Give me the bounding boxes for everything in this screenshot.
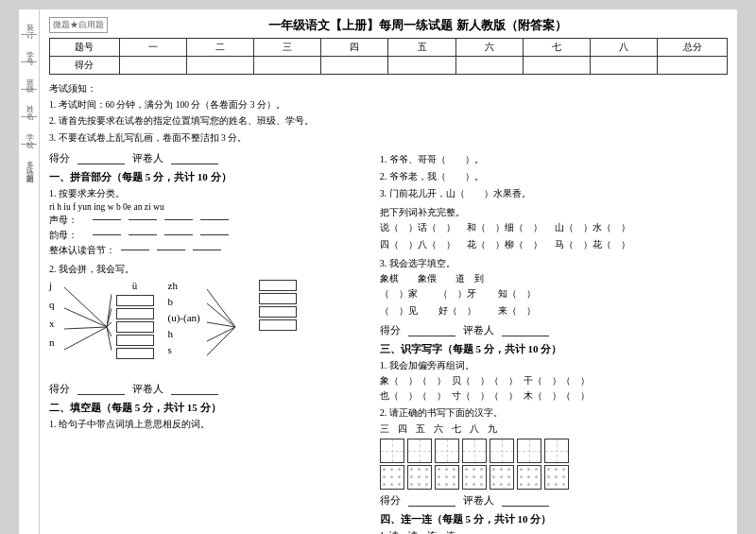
char-label-san: 三 [380, 422, 395, 436]
dot-2-8 [418, 483, 421, 486]
instruction-2: 2. 请首先按要求在试卷的指定位置填写您的姓名、班级、学号。 [49, 114, 728, 129]
write-box-3[interactable] [435, 439, 459, 463]
blank-3[interactable] [116, 321, 154, 333]
shengmu-line1[interactable] [93, 219, 121, 220]
r-blank-1[interactable] [259, 280, 297, 291]
dot-box-3 [435, 465, 459, 490]
dot-2-2 [418, 468, 421, 471]
eval-label-bottom: 评卷人 [132, 382, 163, 396]
dot-5-3 [507, 468, 510, 471]
r-q2-title: 把下列词补充完整。 [380, 206, 728, 219]
score-line-s3[interactable] [408, 493, 455, 507]
dot-6-2 [527, 468, 530, 471]
r-blank-3[interactable] [259, 306, 297, 318]
dot-1-1 [383, 468, 386, 471]
dot-7-6 [562, 475, 565, 478]
score-val-7[interactable] [523, 57, 590, 75]
shengmu-row: 声母： [49, 214, 370, 227]
dot-box-5 [490, 465, 514, 490]
dot-box-1 [380, 465, 404, 490]
eval-line-bottom[interactable] [171, 382, 218, 395]
score-val-8[interactable] [591, 57, 658, 75]
matching-area: j q x n [49, 280, 370, 374]
dot-6-1 [520, 468, 523, 471]
eval-line-s1[interactable] [171, 151, 218, 164]
dot-6-5 [527, 475, 530, 478]
dot-5-4 [492, 475, 495, 478]
score-col-2: 二 [186, 39, 253, 57]
yunmu-line3[interactable] [164, 234, 193, 235]
r-blank-2[interactable] [259, 293, 297, 304]
dot-4-5 [472, 475, 475, 478]
dot-3-1 [438, 468, 440, 471]
eval-line-s3[interactable] [502, 493, 549, 507]
score-val-2[interactable] [186, 57, 253, 75]
write-box-4[interactable] [462, 439, 487, 463]
score-col-label: 题号 [50, 39, 120, 57]
blank-4[interactable] [116, 335, 154, 346]
dot-6-9 [535, 483, 538, 486]
dot-3-5 [445, 475, 448, 478]
score-label-s1: 得分 [49, 151, 70, 165]
score-value-row: 得分 [50, 57, 728, 75]
char-label-si: 四 [398, 422, 413, 436]
write-box-5[interactable] [490, 439, 514, 463]
q2-label: 2. 我会拼，我会写。 [49, 263, 370, 276]
zhengtijing-line1[interactable] [121, 250, 149, 250]
right-blanks [116, 295, 154, 359]
dot-3-4 [438, 475, 440, 478]
instruction-1: 1. 考试时间：60 分钟，满分为 100 分（各卷面分 3 分）。 [49, 98, 728, 112]
dot-2-1 [410, 468, 413, 471]
shengmu-line4[interactable] [200, 219, 229, 220]
score-header-row: 题号 一 二 三 四 五 六 七 八 总分 [50, 39, 728, 57]
zhengtijing-line2[interactable] [157, 250, 185, 250]
yunmu-line4[interactable] [200, 234, 229, 235]
shengmu-line3[interactable] [164, 219, 193, 220]
score-col-7: 七 [523, 39, 590, 57]
write-box-1[interactable] [380, 439, 404, 463]
shengmu-line2[interactable] [129, 219, 157, 220]
score-line-bottom[interactable] [77, 382, 125, 395]
yunmu-line1[interactable] [93, 234, 121, 235]
r-h: h [168, 328, 200, 339]
margin-divider2 [21, 61, 37, 62]
header-area: 微题★自用题 一年级语文【上册】每周一练试题 新人教版（附答案） [49, 17, 728, 34]
score-table: 题号 一 二 三 四 五 六 七 八 总分 得分 [49, 38, 728, 75]
r-zh: zh [168, 280, 200, 291]
yunmu-line2[interactable] [129, 234, 157, 235]
r-blank-4[interactable] [259, 319, 297, 331]
blank-1[interactable] [116, 295, 154, 306]
eval-line-r[interactable] [502, 323, 549, 336]
r-q3-h3: 道 到 [455, 272, 484, 285]
score-val-1[interactable] [119, 57, 186, 75]
dot-5-7 [492, 483, 495, 486]
score-col-6: 六 [455, 39, 523, 57]
score-line-s1[interactable] [77, 151, 125, 164]
r-q3-h1: 象棋 [380, 272, 399, 285]
main-title: 一年级语文【上册】每周一练试题 新人教版（附答案） [117, 17, 718, 34]
dot-1-3 [398, 468, 401, 471]
score-line-r[interactable] [408, 323, 455, 336]
score-col-total: 总分 [658, 39, 728, 57]
blank-2[interactable] [116, 308, 154, 319]
right-q1: 1. 爷爷、哥哥（ ）。 2. 爷爷老，我（ ）。 3. 门前花儿开，山（ ）水… [380, 151, 728, 202]
score-val-3[interactable] [254, 57, 321, 75]
write-box-6[interactable] [517, 439, 541, 463]
score-val-4[interactable] [321, 57, 388, 75]
dot-6-3 [535, 468, 538, 471]
write-box-2[interactable] [407, 439, 432, 463]
right-column: 1. 爷爷、哥哥（ ）。 2. 爷爷老，我（ ）。 3. 门前花儿开，山（ ）水… [380, 151, 728, 534]
score-val-6[interactable] [455, 57, 523, 75]
svg-line-12 [207, 327, 235, 341]
dot-4-4 [465, 475, 468, 478]
zhengtijing-line3[interactable] [193, 250, 221, 250]
zhengtijing-row: 整体认读音节： [49, 244, 370, 257]
svg-line-2 [64, 327, 107, 329]
r-q3-r1-c2: （ ）牙 [438, 288, 495, 299]
blank-5[interactable] [116, 348, 154, 359]
score-val-total[interactable] [658, 57, 728, 75]
score-val-5[interactable] [388, 57, 455, 75]
dot-7-1 [547, 468, 550, 471]
svg-line-3 [64, 327, 107, 350]
write-box-7[interactable] [544, 439, 569, 463]
